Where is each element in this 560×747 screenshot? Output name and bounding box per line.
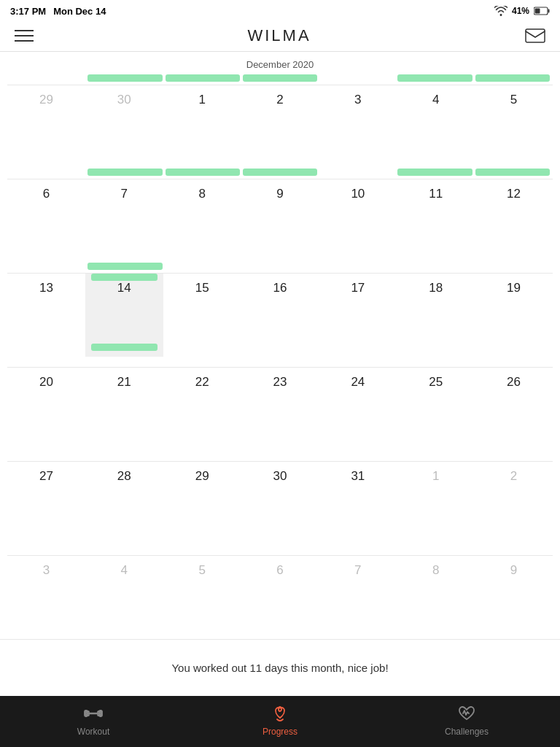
day-cell-w1-d4[interactable]: 10 (319, 179, 397, 263)
day-cell-w1-d6[interactable]: 12 (475, 179, 553, 263)
svg-rect-2 (535, 9, 540, 14)
bar-w4-d3 (243, 451, 317, 458)
day-cell-w2-d6[interactable]: 19 (475, 273, 553, 357)
bar-w0-d2 (166, 74, 240, 82)
day-number-w5-d0: 3 (43, 563, 50, 578)
day-cell-w4-d4[interactable]: 31 (319, 461, 397, 545)
day-cell-w3-d1[interactable]: 21 (85, 367, 163, 451)
status-icons: 41% (494, 6, 550, 16)
bar-w5-d2 (166, 545, 240, 552)
bar-w1-d4 (320, 169, 394, 176)
day-number-w0-d6: 5 (510, 93, 517, 107)
day-cell-w2-d2[interactable]: 15 (163, 273, 241, 357)
day-cell-w0-d5[interactable]: 4 (397, 85, 475, 169)
day-cell-w1-d5[interactable]: 11 (397, 179, 475, 263)
day-cell-w1-d1[interactable]: 7 (85, 179, 163, 263)
battery-icon (534, 7, 550, 15)
bar-w3-d5 (397, 357, 472, 364)
bar-w4-d0 (10, 451, 85, 458)
nav-workout[interactable]: Workout (57, 703, 130, 737)
day-number-w1-d6: 12 (507, 187, 521, 201)
nav-challenges[interactable]: Challenges (430, 703, 503, 737)
week-row-4: 272829303112 (7, 461, 553, 545)
day-cell-w2-d5[interactable]: 18 (397, 273, 475, 357)
day-number-w5-d2: 5 (198, 563, 205, 578)
day-cell-w2-d4[interactable]: 17 (319, 273, 397, 357)
bar-w1-d3 (243, 169, 317, 176)
day-number-w5-d5: 8 (432, 563, 439, 578)
day-cell-w4-d3[interactable]: 30 (241, 461, 319, 545)
day-cell-w5-d2[interactable]: 5 (163, 555, 241, 639)
day-cell-w4-d1[interactable]: 28 (85, 461, 163, 545)
day-cell-w5-d1[interactable]: 4 (85, 555, 163, 639)
mail-button[interactable] (525, 28, 545, 43)
day-cell-w0-d1[interactable]: 30 (85, 85, 163, 169)
day-cell-w3-d6[interactable]: 26 (475, 367, 553, 451)
day-cell-w5-d5[interactable]: 8 (397, 555, 475, 639)
day-cell-w3-d4[interactable]: 24 (319, 367, 397, 451)
day-cell-w5-d0[interactable]: 3 (7, 555, 85, 639)
day-cell-w4-d2[interactable]: 29 (163, 461, 241, 545)
svg-rect-1 (548, 9, 550, 13)
day-cell-w4-d5[interactable]: 1 (397, 461, 475, 545)
day-number-w3-d1: 21 (117, 375, 131, 390)
bar-w0-d3 (243, 74, 317, 82)
day-cell-w5-d6[interactable]: 9 (475, 555, 553, 639)
day-number-w1-d2: 8 (198, 187, 205, 201)
day-cell-w1-d3[interactable]: 9 (241, 179, 319, 263)
week-row-3: 20212223242526 (7, 367, 553, 451)
bar-w2-d2 (166, 263, 240, 270)
bar-w1-d5 (397, 169, 472, 176)
day-cell-w0-d4[interactable]: 3 (319, 85, 397, 169)
day-cell-w3-d5[interactable]: 25 (397, 367, 475, 451)
day-cell-w0-d3[interactable]: 2 (241, 85, 319, 169)
week-bars-4 (7, 451, 553, 461)
week-bars-3 (7, 357, 553, 367)
bar-w3-d0 (10, 357, 85, 364)
day-cell-w3-d0[interactable]: 20 (7, 367, 85, 451)
calendar: December 2020 29301234567891011121314151… (0, 52, 560, 639)
day-cell-w5-d3[interactable]: 6 (241, 555, 319, 639)
day-cell-w0-d6[interactable]: 5 (475, 85, 553, 169)
wifi-icon (494, 6, 508, 16)
svg-rect-8 (99, 712, 101, 715)
day-number-w1-d0: 6 (43, 187, 50, 201)
bar-w0-d4 (320, 74, 394, 82)
nav-progress[interactable]: Progress (244, 703, 316, 737)
day-cell-w2-d0[interactable]: 13 (7, 273, 85, 357)
bar-w0-d6 (475, 74, 550, 82)
bar-w0-d1 (88, 74, 162, 82)
day-number-w0-d4: 3 (354, 93, 361, 107)
day-cell-w0-d0[interactable]: 29 (7, 85, 85, 169)
day-cell-w1-d0[interactable]: 6 (7, 179, 85, 263)
day-cell-w4-d0[interactable]: 27 (7, 461, 85, 545)
bar-w0-d5 (397, 74, 472, 82)
progress-icon (270, 703, 290, 724)
status-time-day: 3:17 PM Mon Dec 14 (10, 6, 106, 17)
menu-button[interactable] (15, 30, 34, 42)
week-row-0: 293012345 (7, 85, 553, 169)
day-cell-w2-d3[interactable]: 16 (241, 273, 319, 357)
bar-w3-d3 (243, 357, 317, 364)
day-cell-w3-d3[interactable]: 23 (241, 367, 319, 451)
day-cell-w1-d2[interactable]: 8 (163, 179, 241, 263)
day-number-w3-d5: 25 (429, 375, 443, 390)
day-cell-w2-d1[interactable]: 14 (85, 273, 163, 357)
status-day: Mon Dec 14 (53, 6, 106, 17)
bar-w3-d4 (320, 357, 394, 364)
day-cell-w3-d2[interactable]: 22 (163, 367, 241, 451)
nav-workout-label: Workout (77, 727, 109, 737)
day-number-w0-d3: 2 (276, 93, 283, 107)
week-bars-5 (7, 545, 553, 555)
day-number-w3-d2: 22 (195, 375, 209, 390)
bar-w3-d2 (166, 357, 240, 364)
day-number-w2-d1: 14 (117, 281, 131, 295)
day-cell-w0-d2[interactable]: 1 (163, 85, 241, 169)
day-cell-w4-d6[interactable]: 2 (475, 461, 553, 545)
day-cell-w5-d4[interactable]: 7 (319, 555, 397, 639)
bar-w4-d6 (475, 451, 550, 458)
bar-w3-d1 (88, 357, 162, 364)
day-number-w2-d0: 13 (39, 281, 53, 295)
bar-w1-d0 (10, 169, 85, 176)
bar-w1-d6 (475, 169, 550, 176)
